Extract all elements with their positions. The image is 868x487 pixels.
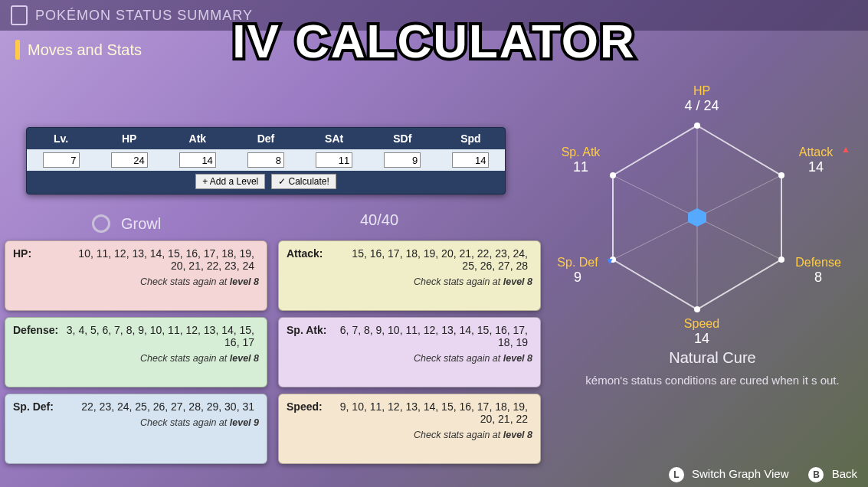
stat-radar: HP4 / 24 Attack14 Defense8 Speed14 Sp. D… <box>536 90 858 343</box>
card-hint: Check stats again at level 8 <box>287 276 532 287</box>
input-sat[interactable] <box>316 152 352 168</box>
svg-point-5 <box>694 123 700 129</box>
move-row: Growl <box>92 211 490 236</box>
svg-point-8 <box>694 306 700 312</box>
card-values: 15, 16, 17, 18, 19, 20, 21, 22, 23, 24, … <box>339 247 528 272</box>
switch-graph-button[interactable]: L Switch Graph View <box>669 467 789 482</box>
ability-description: kémon's status conditions are cured when… <box>582 373 843 388</box>
ability-name: Natural Cure <box>582 349 843 367</box>
col-atk: Atk <box>163 128 231 149</box>
result-card: Speed:9, 10, 11, 12, 13, 14, 15, 16, 17,… <box>278 394 541 464</box>
card-label: Sp. Atk: <box>287 324 339 336</box>
page-title: IV CALCULATOR <box>0 14 868 68</box>
card-hint: Check stats again at level 8 <box>13 276 259 287</box>
card-hint: Check stats again at level 8 <box>13 353 259 364</box>
result-card: Sp. Atk:6, 7, 8, 9, 10, 11, 12, 13, 14, … <box>278 317 541 387</box>
move-name: Growl <box>121 215 161 233</box>
input-lv[interactable] <box>43 152 80 168</box>
result-card: Attack:15, 16, 17, 18, 19, 20, 21, 22, 2… <box>278 240 541 311</box>
card-hint: Check stats again at level 9 <box>13 417 259 428</box>
col-sdf: SDf <box>368 128 437 149</box>
input-def[interactable] <box>247 152 284 168</box>
nature-down-icon: ▼ <box>605 256 614 266</box>
card-values: 3, 4, 5, 6, 7, 8, 9, 10, 11, 12, 13, 14,… <box>65 324 254 348</box>
input-atk[interactable] <box>179 152 216 168</box>
card-label: Defense: <box>13 324 65 336</box>
card-label: Attack: <box>287 247 339 260</box>
svg-point-6 <box>778 172 784 178</box>
radar-label-hp: HP4 / 24 <box>671 84 732 114</box>
card-values: 9, 10, 11, 12, 13, 14, 15, 16, 17, 18, 1… <box>339 400 528 425</box>
input-hp[interactable] <box>111 152 148 168</box>
radar-label-satk: Sp. Atk11 <box>550 145 611 175</box>
ability-block: Natural Cure kémon's status conditions a… <box>582 349 843 388</box>
col-hp: HP <box>95 128 163 149</box>
card-values: 6, 7, 8, 9, 10, 11, 12, 13, 14, 15, 16, … <box>339 324 528 348</box>
input-sdf[interactable] <box>384 152 421 168</box>
footer-controls: L Switch Graph View B Back <box>669 467 857 482</box>
radar-label-def: Defense8 <box>788 256 849 286</box>
col-lv: Lv. <box>27 128 95 149</box>
card-hint: Check stats again at level 8 <box>287 353 532 364</box>
add-level-button[interactable]: + Add a Level <box>195 174 265 189</box>
card-values: 10, 11, 12, 13, 14, 15, 16, 17, 18, 19, … <box>65 247 254 272</box>
b-button-icon: B <box>808 467 824 482</box>
radar-label-sdef: Sp. Def9 <box>547 256 608 286</box>
back-button[interactable]: B Back <box>808 467 857 482</box>
card-hint: Check stats again at level 8 <box>287 430 532 440</box>
svg-marker-4 <box>688 208 706 227</box>
switch-graph-label: Switch Graph View <box>692 467 788 480</box>
radar-hexagon-icon <box>590 118 804 317</box>
card-label: Sp. Def: <box>13 400 65 413</box>
col-sat: SAt <box>300 128 368 149</box>
card-label: HP: <box>13 247 65 260</box>
calculate-button[interactable]: ✓ Calculate! <box>271 174 336 189</box>
result-card: Defense:3, 4, 5, 6, 7, 8, 9, 10, 11, 12,… <box>5 317 267 387</box>
nature-up-icon: ▲ <box>841 144 850 155</box>
radar-label-atk: Attack14 <box>789 145 843 175</box>
radar-label-spd: Speed14 <box>671 317 732 347</box>
col-spd: Spd <box>437 128 505 149</box>
card-label: Speed: <box>287 400 339 413</box>
col-def: Def <box>231 128 300 149</box>
card-values: 22, 23, 24, 25, 26, 27, 28, 29, 30, 31 <box>65 400 254 413</box>
result-card: Sp. Def:22, 23, 24, 25, 26, 27, 28, 29, … <box>5 394 267 464</box>
svg-point-7 <box>778 257 784 263</box>
result-cards: HP:10, 11, 12, 13, 14, 15, 16, 17, 18, 1… <box>5 240 541 464</box>
back-label: Back <box>832 467 857 480</box>
move-pp: 40/40 <box>360 211 398 229</box>
iv-calculator-panel: Lv. HP Atk Def SAt SDf Spd + Add a Level… <box>26 127 506 194</box>
move-type-icon <box>92 214 110 233</box>
result-card: HP:10, 11, 12, 13, 14, 15, 16, 17, 18, 1… <box>5 240 267 311</box>
input-spd[interactable] <box>452 152 489 168</box>
l-button-icon: L <box>669 467 684 482</box>
